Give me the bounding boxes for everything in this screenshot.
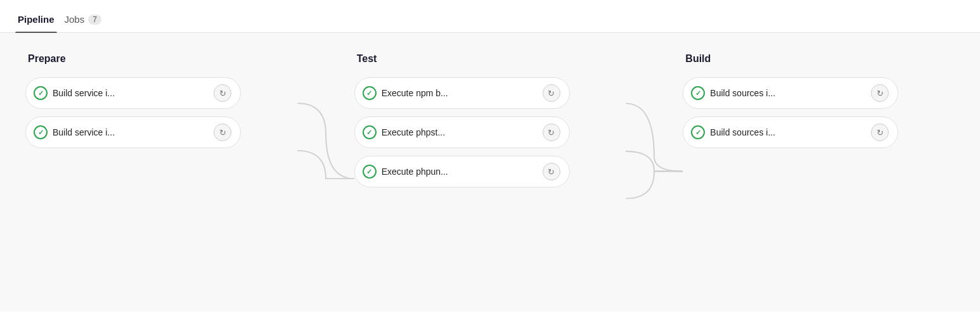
job-3-name: Execute npm b... <box>382 88 448 98</box>
job-pill-2[interactable]: Build service i... ↻ <box>25 116 241 148</box>
job-pill-4[interactable]: Execute phpst... ↻ <box>354 116 570 148</box>
stage-test-jobs: Execute npm b... ↻ Execute phpst... ↻ <box>354 77 626 187</box>
job-6-retry-button[interactable]: ↻ <box>871 84 889 102</box>
job-7-name: Build sources i... <box>710 127 775 137</box>
connector-svg-1 <box>297 89 354 291</box>
job-pill-5-left: Execute phpun... <box>363 165 538 179</box>
job-pill-3-left: Execute npm b... <box>363 86 538 100</box>
stage-build-header: Build <box>683 53 955 65</box>
job-2-status-icon <box>34 125 48 139</box>
job-5-status-icon <box>363 165 377 179</box>
jobs-badge: 7 <box>88 15 101 25</box>
stage-build-jobs: Build sources i... ↻ Build sources i... … <box>683 77 955 148</box>
job-4-status-icon <box>363 125 377 139</box>
job-pill-7-left: Build sources i... <box>691 125 866 139</box>
stage-build: Build Build sources i... ↻ Build sources… <box>683 53 955 148</box>
job-4-retry-button[interactable]: ↻ <box>543 123 560 141</box>
stage-test-header: Test <box>354 53 626 65</box>
job-3-retry-button[interactable]: ↻ <box>543 84 560 102</box>
connector-svg-2 <box>626 89 683 317</box>
job-5-retry-button[interactable]: ↻ <box>543 163 560 180</box>
job-pill-6-left: Build sources i... <box>691 86 866 100</box>
job-6-status-icon <box>691 86 705 100</box>
job-4-name: Execute phpst... <box>382 127 445 137</box>
job-pill-1[interactable]: Build service i... ↻ <box>25 77 241 109</box>
job-pill-6[interactable]: Build sources i... ↻ <box>683 77 898 109</box>
job-7-retry-button[interactable]: ↻ <box>871 123 889 141</box>
job-1-retry-button[interactable]: ↻ <box>214 84 231 102</box>
job-6-name: Build sources i... <box>710 88 775 98</box>
pipeline-stages-wrapper: Prepare Build service i... ↻ Build servi… <box>25 53 955 291</box>
job-pill-2-left: Build service i... <box>34 125 209 139</box>
connector-prepare-test <box>297 53 354 291</box>
tab-pipeline[interactable]: Pipeline <box>15 8 57 32</box>
stage-test: Test Execute npm b... ↻ Execute phpst... <box>354 53 626 187</box>
job-1-status-icon <box>34 86 48 100</box>
job-3-status-icon <box>363 86 377 100</box>
stage-prepare-header: Prepare <box>25 53 297 65</box>
job-pill-3[interactable]: Execute npm b... ↻ <box>354 77 570 109</box>
connector-test-build <box>626 53 683 291</box>
job-pill-1-left: Build service i... <box>34 86 209 100</box>
job-pill-5[interactable]: Execute phpun... ↻ <box>354 156 570 187</box>
job-pill-4-left: Execute phpst... <box>363 125 538 139</box>
pipeline-canvas: Prepare Build service i... ↻ Build servi… <box>0 33 980 312</box>
tab-jobs-label: Jobs <box>65 14 85 25</box>
tab-pipeline-label: Pipeline <box>18 14 55 25</box>
stage-prepare-jobs: Build service i... ↻ Build service i... … <box>25 77 297 148</box>
job-2-name: Build service i... <box>53 127 115 137</box>
tabs-bar: Pipeline Jobs 7 <box>0 0 980 33</box>
stage-prepare: Prepare Build service i... ↻ Build servi… <box>25 53 297 148</box>
job-pill-7[interactable]: Build sources i... ↻ <box>683 116 898 148</box>
job-7-status-icon <box>691 125 705 139</box>
job-1-name: Build service i... <box>53 88 115 98</box>
job-5-name: Execute phpun... <box>382 167 448 177</box>
tab-jobs[interactable]: Jobs 7 <box>62 8 104 32</box>
page-container: Pipeline Jobs 7 Prepare Build service i.… <box>0 0 980 321</box>
job-2-retry-button[interactable]: ↻ <box>214 123 231 141</box>
